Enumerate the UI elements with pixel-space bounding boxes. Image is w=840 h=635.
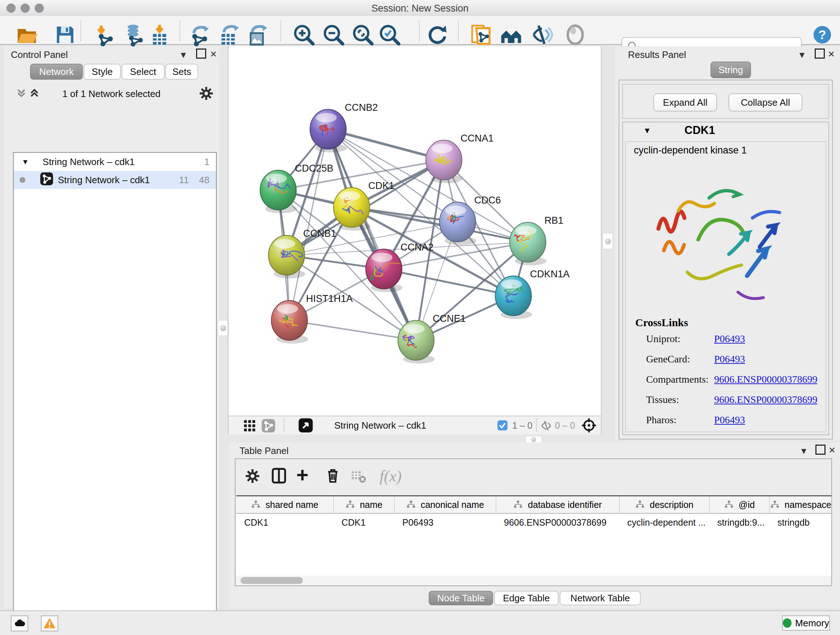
network-collection-row[interactable]: ▼ String Network – cdk1 1 bbox=[14, 153, 216, 171]
crosslink-link[interactable]: P06493 bbox=[714, 353, 745, 365]
network-canvas[interactable]: CCNB2CCNA1CDC25BCDK1CDC6RB1CCNB1CCNA2CDK… bbox=[229, 46, 601, 416]
network-node-CDC25B[interactable]: CDC25B bbox=[260, 163, 333, 213]
float-panel-icon[interactable] bbox=[196, 49, 206, 59]
open-session-icon[interactable] bbox=[15, 23, 38, 46]
first-neighbors-icon[interactable] bbox=[500, 23, 523, 46]
refresh-icon[interactable] bbox=[426, 23, 449, 46]
close-panel-icon[interactable]: ✕ bbox=[210, 49, 217, 59]
zoom-out-icon[interactable] bbox=[322, 23, 345, 46]
network-node-CDKN1A[interactable]: CDKN1A bbox=[495, 269, 570, 319]
gene-section: ▼ CDK1 cyclin-dependent kinase 1 bbox=[622, 122, 829, 435]
tab-sets[interactable]: Sets bbox=[165, 64, 198, 80]
export-table-icon[interactable] bbox=[218, 23, 240, 46]
tab-network[interactable]: Network bbox=[30, 64, 83, 80]
table-cell[interactable]: cyclin-dependent ... bbox=[619, 513, 709, 531]
import-network-from-database-icon[interactable] bbox=[122, 23, 145, 46]
network-row-selected[interactable]: String Network – cdk1 11 48 bbox=[14, 171, 216, 189]
cloud-icon bbox=[13, 617, 26, 630]
scrollbar-thumb[interactable] bbox=[240, 577, 303, 584]
table-cell[interactable]: CDK1 bbox=[333, 513, 394, 531]
network-node-HIST1H1A[interactable]: HIST1H1A bbox=[271, 293, 353, 344]
bottom-splitter-handle[interactable] bbox=[525, 436, 542, 443]
warning-button[interactable] bbox=[41, 616, 58, 631]
show-all-icon[interactable] bbox=[564, 23, 587, 46]
collapse-panel-icon[interactable]: ▼ bbox=[179, 50, 188, 60]
toolbar-separator bbox=[419, 21, 420, 41]
export-network-icon[interactable] bbox=[188, 23, 211, 46]
import-table-from-file-icon[interactable] bbox=[148, 23, 171, 46]
table-cell[interactable]: stringdb bbox=[769, 513, 831, 531]
table-cell[interactable]: P06493 bbox=[394, 513, 496, 531]
clone-network-icon[interactable] bbox=[469, 23, 492, 46]
save-session-icon[interactable] bbox=[54, 23, 77, 46]
table-cell[interactable]: 9606.ENSP00000378699 bbox=[496, 513, 619, 531]
birdseye-crosshair-icon[interactable] bbox=[581, 418, 597, 434]
collection-name: String Network – cdk1 bbox=[43, 157, 134, 168]
table-cell[interactable]: stringdb:9... bbox=[709, 513, 769, 531]
create-column-icon[interactable]: + bbox=[296, 466, 309, 485]
collapse-panel-icon[interactable]: ▼ bbox=[799, 446, 808, 456]
tree-expander-icon[interactable]: ▼ bbox=[22, 158, 29, 166]
left-splitter-handle[interactable] bbox=[218, 320, 228, 336]
table-panel-title: Table Panel bbox=[240, 445, 289, 456]
tab-network-table[interactable]: Network Table bbox=[560, 591, 641, 605]
network-node-RB1[interactable]: RB1 bbox=[510, 215, 564, 265]
column-header-description[interactable]: description bbox=[619, 496, 709, 513]
show-columns-icon[interactable] bbox=[270, 467, 287, 486]
cloud-button[interactable] bbox=[11, 616, 28, 631]
hidden-eye-slash-icon[interactable] bbox=[540, 420, 553, 433]
column-header-namespace[interactable]: namespace bbox=[769, 496, 831, 513]
crosslinks-title: CrossLinks bbox=[635, 317, 688, 329]
memory-button[interactable]: Memory bbox=[782, 616, 830, 631]
crosslink-link[interactable]: 9606.ENSP00000378699 bbox=[714, 374, 817, 385]
section-expander-icon[interactable]: ▼ bbox=[643, 126, 651, 135]
network-node-CDC6[interactable]: CDC6 bbox=[439, 195, 501, 245]
delete-columns-icon[interactable] bbox=[325, 467, 341, 485]
close-panel-icon[interactable]: ✕ bbox=[829, 445, 836, 455]
crosslink-link[interactable]: P06493 bbox=[714, 333, 745, 345]
table-settings-gear-icon[interactable] bbox=[244, 468, 261, 486]
column-header-name[interactable]: name bbox=[333, 496, 394, 513]
grid-view-icon[interactable] bbox=[243, 419, 256, 434]
hide-selected-icon[interactable] bbox=[531, 23, 554, 46]
selected-checkbox-icon[interactable] bbox=[497, 420, 508, 432]
column-header-shared-name[interactable]: shared name bbox=[236, 496, 333, 513]
collapse-all-button[interactable]: Collapse All bbox=[729, 93, 802, 111]
table-row[interactable]: CDK1CDK1P064939606.ENSP00000378699cyclin… bbox=[236, 513, 831, 531]
collapse-panel-icon[interactable]: ▼ bbox=[798, 50, 806, 60]
network-view-toolbar: String Network – cdk1 1 – 0 0 – 0 bbox=[229, 416, 601, 434]
delete-table-icon[interactable] bbox=[351, 469, 366, 486]
zoom-fit-icon[interactable] bbox=[351, 23, 374, 46]
tab-style[interactable]: Style bbox=[84, 64, 121, 80]
control-panel: Control Panel ▼ ✕ Network Style Select S… bbox=[4, 46, 219, 608]
network-edge-CCNB2-HIST1H1A[interactable] bbox=[289, 129, 328, 320]
crosslink-link[interactable]: P06493 bbox=[714, 414, 745, 426]
table-cell[interactable]: CDK1 bbox=[236, 513, 333, 531]
zoom-selected-icon[interactable] bbox=[378, 23, 401, 46]
float-panel-icon[interactable] bbox=[815, 445, 826, 455]
close-panel-icon[interactable]: ✕ bbox=[828, 49, 835, 59]
tab-node-table[interactable]: Node Table bbox=[429, 591, 493, 605]
zoom-in-icon[interactable] bbox=[292, 23, 316, 46]
import-network-from-file-icon[interactable] bbox=[93, 23, 116, 46]
string-results-box: Expand All Collapse All ▼ CDK1 cyclin-de… bbox=[619, 80, 833, 440]
share-view-icon[interactable] bbox=[261, 418, 276, 434]
network-options-gear-icon[interactable] bbox=[198, 86, 214, 103]
network-node-CDK1[interactable]: CDK1 bbox=[333, 180, 394, 231]
tab-edge-table[interactable]: Edge Table bbox=[494, 591, 559, 605]
float-panel-icon[interactable] bbox=[815, 49, 825, 59]
export-view-icon[interactable] bbox=[298, 418, 313, 434]
help-icon[interactable]: ? bbox=[813, 25, 836, 49]
column-header--id[interactable]: @id bbox=[709, 496, 769, 513]
tab-string[interactable]: String bbox=[711, 62, 751, 78]
right-splitter-handle[interactable] bbox=[603, 233, 613, 249]
export-image-icon[interactable] bbox=[246, 23, 269, 46]
crosslink-link[interactable]: 9606.ENSP00000378699 bbox=[714, 394, 817, 405]
horizontal-scrollbar[interactable] bbox=[236, 576, 831, 585]
expand-all-button[interactable]: Expand All bbox=[653, 93, 717, 111]
network-node-CCNB2[interactable]: CCNB2 bbox=[310, 102, 378, 152]
column-header-canonical-name[interactable]: canonical name bbox=[394, 496, 496, 513]
column-header-database-identifier[interactable]: database identifier bbox=[496, 496, 619, 513]
network-edge-HIST1H1A-CCNE1[interactable] bbox=[289, 320, 416, 340]
tab-select[interactable]: Select bbox=[122, 64, 164, 80]
